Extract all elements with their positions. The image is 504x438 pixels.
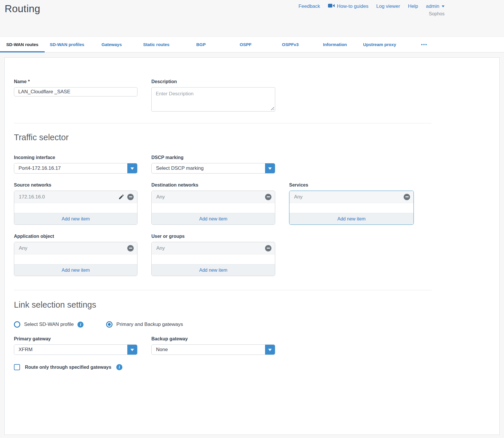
traffic-selector-heading: Traffic selector <box>14 133 490 142</box>
name-input[interactable] <box>14 87 137 96</box>
description-label-text: Description <box>151 79 177 84</box>
name-label: Name * <box>14 79 137 84</box>
radio-unselected-icon[interactable] <box>14 321 20 328</box>
backup-gateway-group: Backup gateway None <box>151 336 275 355</box>
help-link[interactable]: Help <box>408 3 418 9</box>
application-object-label-text: Application object <box>14 234 54 239</box>
tab-sdwan-routes[interactable]: SD-WAN routes <box>0 37 45 52</box>
radio-select-sdwan-profile[interactable]: Select SD-WAN profile i <box>14 321 84 328</box>
primary-gateway-label-text: Primary gateway <box>14 336 51 342</box>
backup-gateway-dropdown-button[interactable] <box>265 345 275 355</box>
list-item: Any <box>152 191 275 203</box>
application-object-add-button[interactable]: Add new item <box>14 264 137 276</box>
services-label: Services <box>289 183 414 188</box>
howto-guides-link[interactable]: How-to guides <box>328 3 369 9</box>
tabs: SD-WAN routes SD-WAN profiles Gateways S… <box>0 37 447 52</box>
backup-gateway-dropdown[interactable]: None <box>151 344 275 355</box>
remove-item-icon[interactable] <box>127 194 134 200</box>
radio-select-sdwan-profile-label: Select SD-WAN profile <box>24 322 74 327</box>
tab-bgp[interactable]: BGP <box>179 37 223 52</box>
feedback-link[interactable]: Feedback <box>298 3 320 9</box>
listbox-spacer <box>14 254 137 264</box>
dscp-marking-dropdown[interactable]: Select DSCP marking <box>151 163 275 174</box>
tab-information[interactable]: Information <box>313 37 357 52</box>
gateways-row: Primary gateway XFRM Backup gateway None <box>14 336 490 355</box>
remove-item-icon[interactable] <box>265 194 271 200</box>
destination-networks-add-button[interactable]: Add new item <box>152 213 275 225</box>
dscp-marking-dropdown-button[interactable] <box>265 163 275 173</box>
interface-dscp-row: Incoming interface Port4-172.16.16.17 DS… <box>14 155 490 174</box>
log-viewer-label: Log viewer <box>376 3 400 9</box>
incoming-interface-dropdown[interactable]: Port4-172.16.16.17 <box>14 163 137 174</box>
brand-label: Sophos <box>298 11 445 17</box>
primary-gateway-dropdown[interactable]: XFRM <box>14 344 137 355</box>
source-networks-group: Source networks 172.16.16.0 Add new item <box>14 183 137 225</box>
listbox-spacer <box>152 203 275 213</box>
application-users-row: Application object Any Add new item User… <box>14 234 490 276</box>
dscp-marking-value: Select DSCP marking <box>152 163 265 173</box>
tab-ospf[interactable]: OSPF <box>223 37 268 52</box>
info-icon[interactable]: i <box>116 364 122 370</box>
tab-ospfv3[interactable]: OSPFv3 <box>268 37 313 52</box>
list-item-label: Any <box>156 194 262 200</box>
list-item: Any <box>152 242 275 254</box>
listbox-spacer <box>14 203 137 213</box>
sdwan-route-form-panel: Name * Description Traffic selector Inco… <box>4 57 500 435</box>
primary-gateway-dropdown-button[interactable] <box>127 345 137 355</box>
info-icon[interactable]: i <box>77 322 84 328</box>
destination-networks-label: Destination networks <box>151 183 275 188</box>
list-item-label: Any <box>294 194 401 200</box>
radio-selected-icon[interactable] <box>106 321 113 328</box>
tab-gateways[interactable]: Gateways <box>89 37 134 52</box>
chevron-down-icon <box>442 6 445 9</box>
listbox-spacer <box>289 203 414 213</box>
section-divider <box>14 290 432 290</box>
application-object-listbox: Any Add new item <box>14 242 137 276</box>
user-or-groups-listbox: Any Add new item <box>151 242 275 276</box>
dscp-marking-label-text: DSCP marking <box>151 155 184 160</box>
name-label-text: Name <box>14 79 27 84</box>
radio-primary-backup-gateways[interactable]: Primary and Backup gateways <box>106 321 183 328</box>
header-right: Feedback How-to guides Log viewer Help a… <box>298 2 445 17</box>
admin-menu[interactable]: admin <box>426 3 445 9</box>
log-viewer-link[interactable]: Log viewer <box>376 3 400 9</box>
source-networks-add-button[interactable]: Add new item <box>14 213 137 225</box>
incoming-interface-value: Port4-172.16.16.17 <box>14 163 127 173</box>
source-networks-label: Source networks <box>14 183 137 188</box>
description-textarea[interactable] <box>151 87 275 112</box>
route-only-checkbox[interactable] <box>14 364 20 370</box>
dscp-marking-group: DSCP marking Select DSCP marking <box>151 155 275 174</box>
user-or-groups-add-button[interactable]: Add new item <box>152 264 275 276</box>
edit-pencil-icon[interactable] <box>118 194 124 200</box>
incoming-interface-label: Incoming interface <box>14 155 137 160</box>
application-object-group: Application object Any Add new item <box>14 234 137 276</box>
route-only-row: Route only through specified gateways i <box>14 364 490 370</box>
tab-sdwan-profiles[interactable]: SD-WAN profiles <box>45 37 89 52</box>
minus-bar <box>129 196 132 197</box>
remove-item-icon[interactable] <box>404 194 410 200</box>
destination-networks-group: Destination networks Any Add new item <box>151 183 275 225</box>
remove-item-icon[interactable] <box>265 245 271 251</box>
chevron-down-icon <box>268 349 272 353</box>
incoming-interface-dropdown-button[interactable] <box>127 163 137 173</box>
tab-more[interactable]: ••• <box>402 37 447 52</box>
backup-gateway-label: Backup gateway <box>151 336 275 342</box>
primary-gateway-value: XFRM <box>14 345 127 355</box>
primary-gateway-group: Primary gateway XFRM <box>14 336 137 355</box>
radio-primary-backup-label: Primary and Backup gateways <box>116 322 183 327</box>
services-listbox: Any Add new item <box>289 191 414 225</box>
minus-bar <box>267 248 270 249</box>
section-divider <box>14 123 432 123</box>
required-marker: * <box>28 79 30 84</box>
tab-static-routes[interactable]: Static routes <box>134 37 179 52</box>
tab-upstream-proxy[interactable]: Upstream proxy <box>357 37 402 52</box>
remove-item-icon[interactable] <box>127 245 134 251</box>
services-add-button[interactable]: Add new item <box>289 213 414 225</box>
source-networks-listbox: 172.16.16.0 Add new item <box>14 191 137 225</box>
chevron-down-icon <box>130 349 134 353</box>
dscp-marking-label: DSCP marking <box>151 155 275 160</box>
name-description-row: Name * Description <box>14 79 490 112</box>
list-item-label: Any <box>156 245 262 251</box>
page-header: Routing Feedback How-to guides Log viewe… <box>0 0 504 36</box>
incoming-interface-group: Incoming interface Port4-172.16.16.17 <box>14 155 137 174</box>
